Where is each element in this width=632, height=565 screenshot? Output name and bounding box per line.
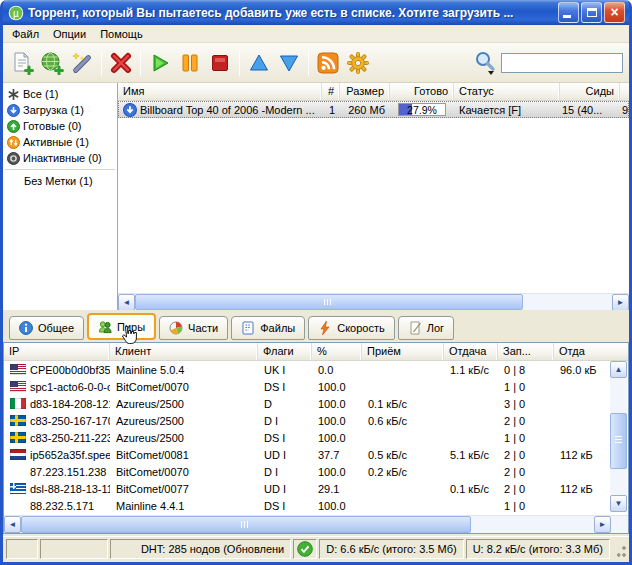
start-button[interactable] (145, 48, 175, 78)
peer-reqs-cell: 2 | 0 (498, 480, 554, 497)
torrent-list-rows: Billboard Top 40 of 2006 -Modern ...1260… (118, 101, 629, 293)
peer-send-cell: 5.1 кБ/с (444, 446, 498, 463)
peer-row[interactable]: spc1-acto6-0-0-cus...BitComet/0070DS I10… (4, 378, 628, 395)
tab-log[interactable]: Лог (398, 316, 454, 340)
toolbar (3, 43, 629, 83)
maximize-button[interactable] (581, 2, 602, 23)
arrow-down-icon (277, 51, 301, 75)
scrollbar-thumb[interactable] (135, 294, 523, 310)
tab-label: Части (188, 322, 218, 334)
peer-flags-cell: DS I (258, 378, 312, 395)
window-title: Торрент, который Вы пытаетесь добавить у… (28, 6, 556, 20)
peer-column-header[interactable]: Зап... (498, 343, 554, 360)
peers-table-header: IPКлиентФлаги%ПриёмОтдачаЗап...Отда (4, 343, 628, 361)
scroll-left-button[interactable]: ◄ (4, 516, 21, 533)
tab-speed[interactable]: Скорость (308, 316, 395, 340)
resize-grip[interactable] (612, 539, 627, 559)
scroll-up-button[interactable]: ▲ (610, 361, 627, 378)
peer-row[interactable]: c83-250-211-223.b...Azureus/2500DS I100.… (4, 429, 628, 446)
add-from-url-button[interactable] (37, 48, 67, 78)
torrent-column-header[interactable]: Размер (340, 83, 390, 100)
sidebar-item-label: Активные (1) (23, 136, 89, 148)
peer-row[interactable]: CPE00b0d0bf3586-...Mainline 5.0.4UK I0.0… (4, 361, 628, 378)
status-cell-empty (40, 539, 108, 559)
torrent-size-cell: 260 Мб (340, 104, 390, 116)
peer-column-header[interactable]: Флаги (258, 343, 312, 360)
title-bar[interactable]: µ Торрент, который Вы пытаетесь добавить… (3, 0, 629, 25)
stop-button[interactable] (205, 48, 235, 78)
scrollbar-track[interactable] (523, 294, 612, 310)
move-down-button[interactable] (274, 48, 304, 78)
create-torrent-button[interactable] (67, 48, 97, 78)
scroll-left-button[interactable]: ◄ (118, 294, 135, 310)
scrollbar-track[interactable] (610, 469, 627, 495)
torrent-row[interactable]: Billboard Top 40 of 2006 -Modern ...1260… (118, 101, 629, 118)
peer-row[interactable]: ip5652a35f.speed....BitComet/0081UD I37.… (4, 446, 628, 463)
sidebar-item[interactable]: Все (1) (3, 86, 117, 102)
scrollbar-track[interactable] (471, 516, 594, 533)
tab-files[interactable]: Файлы (231, 316, 305, 340)
peer-row[interactable]: 88.232.5.171Mainline 4.4.1DS I100.01 | 0 (4, 497, 628, 514)
tab-label: Файлы (260, 322, 295, 334)
peer-ip: c83-250-167-170.b... (30, 415, 110, 427)
status-cell-empty (6, 539, 38, 559)
it-flag-icon (10, 398, 26, 409)
peer-column-header[interactable]: Отда (554, 343, 628, 360)
nl-flag-icon (10, 449, 26, 460)
close-button[interactable]: × (604, 2, 625, 23)
scrollbar-thumb[interactable] (21, 516, 471, 533)
torrent-column-header[interactable] (620, 83, 629, 100)
menu-item[interactable]: Файл (5, 27, 46, 41)
remove-button[interactable] (106, 48, 136, 78)
toolbar-separator (239, 50, 240, 76)
peer-recv-cell (362, 429, 444, 446)
peer-ip: dsl-88-218-13-110.... (30, 483, 110, 495)
sidebar-item[interactable]: Загрузка (1) (3, 102, 117, 118)
peer-row[interactable]: 87.223.151.238BitComet/0070D I100.00.2 к… (4, 463, 628, 480)
menu-item[interactable]: Опции (46, 27, 93, 41)
log-page-icon (408, 321, 422, 335)
peer-ip-cell: c83-250-167-170.b... (4, 412, 110, 429)
rss-button[interactable] (313, 48, 343, 78)
torrent-status-cell: Качается [F] (454, 104, 560, 116)
add-torrent-button[interactable] (7, 48, 37, 78)
menu-item[interactable]: Помощь (93, 27, 150, 41)
pause-button[interactable] (175, 48, 205, 78)
sidebar-item-no-label[interactable]: Без Метки (1) (3, 173, 117, 189)
torrent-column-header[interactable]: # (322, 83, 340, 100)
peer-column-header[interactable]: Отдача (444, 343, 498, 360)
peer-reqs-cell: 1 | 0 (498, 378, 554, 395)
torrent-column-header[interactable]: Сиды (560, 83, 620, 100)
peer-column-header[interactable]: % (312, 343, 362, 360)
torrent-column-header[interactable]: Готово (390, 83, 454, 100)
scroll-down-button[interactable]: ▼ (610, 495, 627, 512)
peer-column-header[interactable]: Приём (362, 343, 444, 360)
scrollbar-thumb[interactable] (610, 413, 627, 469)
rss-icon (316, 51, 340, 75)
search-magnifier-icon[interactable] (473, 50, 497, 76)
upload-rate-text: U: 8.2 кБ/с (итого: 3.3 Мб) (473, 543, 603, 555)
minimize-button[interactable] (558, 2, 579, 23)
tab-general[interactable]: Общее (9, 316, 84, 340)
tab-pieces[interactable]: Части (159, 316, 228, 340)
peer-flags-cell: DS I (258, 429, 312, 446)
sidebar-item[interactable]: Инактивные (0) (3, 150, 117, 166)
peer-row[interactable]: c83-250-167-170.b...Azureus/2500D I100.0… (4, 412, 628, 429)
peer-row[interactable]: dsl-88-218-13-110....BitComet/0077UD I29… (4, 480, 628, 497)
sidebar-item[interactable]: Готовые (0) (3, 118, 117, 134)
scroll-right-button[interactable]: ► (594, 516, 611, 533)
torrent-seeds-cell: 15 (40... (560, 104, 620, 116)
torrent-column-header[interactable]: Статус (454, 83, 560, 100)
search-input[interactable] (501, 53, 623, 73)
peer-column-header[interactable]: IP (4, 343, 110, 360)
sidebar-item[interactable]: Активные (1) (3, 134, 117, 150)
move-up-button[interactable] (244, 48, 274, 78)
peer-row[interactable]: d83-184-208-121.c...Azureus/2500D100.00.… (4, 395, 628, 412)
scroll-right-button[interactable]: ► (612, 294, 629, 310)
settings-button[interactable] (343, 48, 373, 78)
peers-hscrollbar: ◄ ► (4, 515, 628, 533)
scrollbar-track[interactable] (610, 378, 627, 413)
torrent-column-header[interactable]: Имя (118, 83, 322, 100)
pause-icon (178, 51, 202, 75)
peer-recv-cell (362, 378, 444, 395)
